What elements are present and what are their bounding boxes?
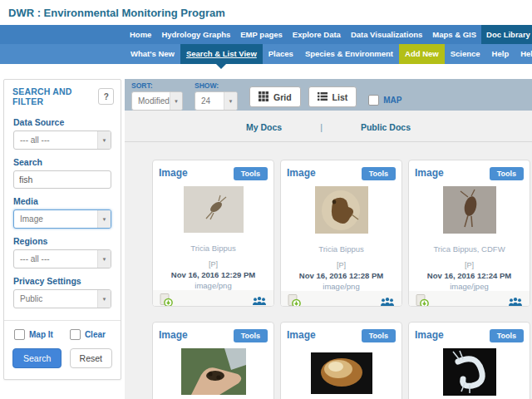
data-source-value: --- all --- [14,135,50,145]
group-users-icon[interactable] [380,297,395,307]
privacy-settings-label: Privacy Settings [13,276,111,286]
nav-item-doc-library[interactable]: Doc Library [481,25,532,44]
doc-thumbnail-copepod[interactable] [184,186,244,233]
tab-help-1[interactable]: Help [486,44,515,64]
doc-privacy-flag: [P] [159,260,268,268]
media-value: Image [14,214,43,224]
tab-whats-new[interactable]: What's New [125,44,180,64]
download-file-icon[interactable] [288,294,302,307]
tools-button[interactable]: Tools [362,329,396,342]
map-it-checkbox[interactable] [14,329,25,340]
regions-select[interactable]: --- all --- ▼ [13,249,111,268]
list-view-button[interactable]: List [308,86,357,107]
nav-item-maps-gis[interactable]: Maps & GIS [427,25,481,44]
app-window: DWR : Environmental Monitoring Program H… [0,0,532,399]
data-source-label: Data Source [13,117,111,127]
tab-help-2[interactable]: Help [515,44,532,64]
map-it-label: Map It [29,330,53,339]
doc-date: Nov 16, 2016 12:24 PM [415,271,524,280]
tab-add-new[interactable]: Add New [399,44,445,64]
tools-button[interactable]: Tools [234,329,268,342]
search-input[interactable] [13,170,111,189]
privacy-value: Public [14,294,42,303]
nav-item-data-visualizations[interactable]: Data Visualizations [346,25,427,44]
results-area: SORT: Modified ▼ SHOW: 24 ▼ Grid [125,79,532,399]
doc-type-label: Image [287,167,316,179]
tab-search-list-view[interactable]: Search & List View [180,44,263,64]
doc-type-label: Image [415,329,444,341]
regions-label: Regions [13,236,111,246]
data-source-select[interactable]: --- all --- ▼ [13,131,111,150]
page-title: DWR : Environmental Monitoring Program [8,7,225,19]
doc-card: Image Tools Eurytemora affinis Trica Bip… [408,160,530,307]
tools-button[interactable]: Tools [490,329,524,342]
tab-places[interactable]: Places [263,44,299,64]
primary-nav: Home Hydrology Graphs EMP pages Explore … [0,25,532,44]
group-users-icon[interactable] [252,296,267,306]
tab-search-list-view-label: Search & List View [186,49,257,58]
my-docs-link[interactable]: My Docs [246,122,282,132]
download-file-icon[interactable] [160,293,174,307]
tools-button[interactable]: Tools [362,167,396,180]
sort-label: SORT: [131,81,183,90]
group-users-icon[interactable] [508,297,523,307]
doc-thumbnail-clam[interactable] [311,352,372,394]
chevron-down-icon: ▼ [97,210,111,228]
download-file-icon[interactable] [416,294,430,307]
nav-item-emp-pages[interactable]: EMP pages [235,25,288,44]
help-button[interactable]: ? [98,88,114,105]
search-filter-panel: SEARCH AND FILTER ? Data Source --- all … [3,79,121,380]
show-label: SHOW: [195,81,238,90]
doc-thumbnail-copepod[interactable] [443,186,496,234]
nav-item-explore-data[interactable]: Explore Data [288,25,346,44]
doc-author: Tricia Bippus [159,244,268,253]
reset-button[interactable]: Reset [70,348,112,368]
doc-type-label: Image [159,167,188,179]
chevron-down-icon: ▼ [224,92,237,110]
doc-card: Image Tools Corophium Alienese [P] [408,322,530,399]
privacy-select[interactable]: Public ▼ [13,289,111,308]
search-filter-title: SEARCH AND FILTER [12,86,98,106]
nav-item-hydrology-graphs[interactable]: Hydrology Graphs [156,25,235,44]
chevron-down-icon: ▼ [97,131,111,149]
title-bar: DWR : Environmental Monitoring Program [0,0,532,25]
regions-value: --- all --- [14,254,50,264]
sort-select[interactable]: Modified ▼ [131,91,183,111]
doc-card: Image Tools Limnoithona tetraspina Trici… [152,160,274,307]
doc-type-label: Image [159,329,188,341]
doc-mime-type: image/png [287,282,396,291]
doc-card: Image Tools Melanoides Tuberculata/ Red … [152,322,274,399]
doc-date: Nov 16, 2016 12:29 PM [159,270,268,279]
tab-science[interactable]: Science [445,44,486,64]
media-select[interactable]: Image ▼ [13,209,111,229]
doc-thumbnail-amphipod[interactable] [443,348,496,396]
tab-species-environment[interactable]: Species & Environment [299,44,399,64]
doc-mime-type: image/jpeg [415,282,524,291]
grid-button-label: Grid [273,92,292,102]
doc-mime-type: image/png [159,281,268,290]
grid-icon [259,91,268,103]
doc-date: Nov 16, 2016 12:28 PM [287,271,396,280]
list-icon [318,91,328,103]
list-button-label: List [332,92,348,102]
show-select[interactable]: 24 ▼ [195,91,238,111]
map-checkbox[interactable] [368,95,379,106]
doc-privacy-flag: [P] [287,261,396,269]
doc-thumbnail-daphnia[interactable] [315,186,368,234]
public-docs-link[interactable]: Public Docs [361,122,411,132]
doc-thumbnail-hand-with-snails[interactable] [181,348,246,395]
doc-type-label: Image [287,329,316,341]
results-toolbar: SORT: Modified ▼ SHOW: 24 ▼ Grid [125,79,532,111]
chevron-down-icon: ▼ [97,290,111,308]
tools-button[interactable]: Tools [234,167,268,180]
search-button[interactable]: Search [12,348,62,368]
chevron-down-icon: ▼ [97,250,111,268]
doc-card: Image Tools cladocerans of the genus Dap… [280,160,402,307]
sort-value: Modified [132,96,170,106]
sort-group: SORT: Modified ▼ [131,81,183,111]
doc-author: Trica Bippus, CDFW [415,244,524,254]
grid-view-button[interactable]: Grid [249,86,301,107]
clear-checkbox[interactable] [70,329,81,340]
tools-button[interactable]: Tools [490,167,524,180]
nav-item-home[interactable]: Home [125,25,156,44]
